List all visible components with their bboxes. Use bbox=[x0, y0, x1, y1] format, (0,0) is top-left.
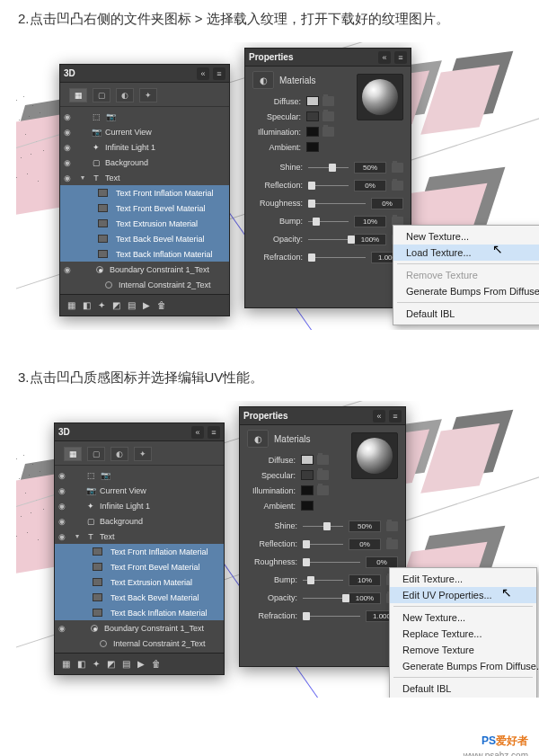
material-sphere-preview[interactable] bbox=[351, 432, 398, 479]
footer-icon[interactable]: ✦ bbox=[98, 300, 105, 310]
roughness-value[interactable]: 0% bbox=[366, 556, 398, 568]
reflection-value[interactable]: 0% bbox=[354, 180, 386, 191]
opacity-slider[interactable] bbox=[308, 235, 349, 245]
visibility-eye-icon[interactable]: ◉ bbox=[60, 112, 75, 121]
layer-row-constraint-1[interactable]: ◉ Boundary Constraint 1_Text bbox=[55, 620, 224, 636]
panel-3d-menu-icon[interactable]: ≡ bbox=[208, 426, 220, 439]
specular-color-swatch[interactable] bbox=[301, 470, 314, 480]
filter-all-icon[interactable]: ▦ bbox=[64, 447, 82, 461]
panel-collapse-icon[interactable]: « bbox=[378, 51, 391, 64]
layer-row-material-4[interactable]: Text Back Bevel Material bbox=[60, 231, 229, 246]
constraint-radio-icon[interactable] bbox=[91, 625, 98, 632]
visibility-eye-icon[interactable]: ◉ bbox=[60, 128, 75, 137]
layer-row-material-3[interactable]: Text Extrusion Material bbox=[60, 216, 229, 231]
refraction-slider[interactable] bbox=[303, 611, 360, 621]
illumination-color-swatch[interactable] bbox=[301, 485, 314, 495]
reflection-folder-icon[interactable] bbox=[386, 539, 398, 549]
menu-default-ibl[interactable]: Default IBL bbox=[393, 306, 539, 322]
shine-value[interactable]: 50% bbox=[354, 162, 386, 173]
materials-tab-icon[interactable]: ◐ bbox=[247, 430, 269, 448]
panel-properties-header[interactable]: Properties « ≡ bbox=[245, 49, 411, 67]
specular-folder-icon[interactable] bbox=[317, 470, 329, 480]
shine-slider[interactable] bbox=[303, 521, 343, 531]
refraction-slider[interactable] bbox=[308, 253, 366, 262]
menu-edit-texture[interactable]: Edit Texture... bbox=[390, 571, 536, 587]
roughness-value[interactable]: 0% bbox=[371, 198, 403, 209]
illumination-folder-icon[interactable] bbox=[317, 485, 329, 495]
menu-edit-uv-properties[interactable]: Edit UV Properties... bbox=[390, 587, 536, 603]
layer-row-material-1[interactable]: Text Front Inflation Material bbox=[55, 544, 224, 559]
bump-value[interactable]: 10% bbox=[349, 574, 381, 586]
layer-row-material-5[interactable]: Text Back Inflation Material bbox=[60, 246, 229, 262]
layer-row-material-5[interactable]: Text Back Inflation Material bbox=[55, 605, 224, 620]
shine-value[interactable]: 50% bbox=[349, 520, 381, 532]
menu-load-texture[interactable]: Load Texture... bbox=[393, 245, 539, 261]
footer-render-icon[interactable]: ▶ bbox=[137, 659, 145, 669]
layer-row-text[interactable]: ◉ ▾ T Text bbox=[60, 170, 229, 185]
layer-row-material-2[interactable]: Text Front Bevel Material bbox=[55, 559, 224, 574]
footer-icon[interactable]: ▤ bbox=[122, 659, 130, 669]
constraint-radio-icon[interactable] bbox=[96, 266, 103, 273]
illumination-folder-icon[interactable] bbox=[323, 127, 334, 137]
footer-delete-icon[interactable]: 🗑 bbox=[152, 659, 161, 669]
twist-icon[interactable]: ▾ bbox=[73, 532, 82, 540]
panel-menu-icon[interactable]: ≡ bbox=[389, 410, 402, 422]
twist-icon[interactable]: ▾ bbox=[78, 173, 87, 182]
footer-icon[interactable]: ▦ bbox=[67, 300, 75, 310]
layer-row-material-1[interactable]: Text Front Inflation Material bbox=[60, 185, 229, 200]
ambient-color-swatch[interactable] bbox=[301, 501, 314, 511]
context-menu-bump[interactable]: New Texture... Load Texture... Remove Te… bbox=[393, 225, 539, 325]
panel-3d-header[interactable]: 3D « ≡ bbox=[55, 423, 224, 441]
bump-value[interactable]: 10% bbox=[354, 216, 386, 227]
panel-3d[interactable]: 3D « ≡ ▦ ▢ ◐ ✦ ◉ ⬚ 📷 bbox=[54, 422, 225, 675]
menu-generate-bumps[interactable]: Generate Bumps From Diffuse... bbox=[393, 283, 539, 299]
reflection-value[interactable]: 0% bbox=[349, 538, 381, 550]
diffuse-folder-icon[interactable] bbox=[323, 96, 334, 106]
layer-row-current-view[interactable]: ◉ 📷 Current View bbox=[55, 483, 224, 498]
visibility-eye-icon[interactable]: ◉ bbox=[60, 173, 75, 182]
visibility-eye-icon[interactable]: ◉ bbox=[60, 158, 75, 167]
visibility-eye-icon[interactable]: ◉ bbox=[55, 532, 69, 541]
opacity-value[interactable]: 100% bbox=[349, 592, 381, 604]
panel-properties-header[interactable]: Properties « ≡ bbox=[240, 407, 405, 425]
reflection-folder-icon[interactable] bbox=[392, 181, 403, 191]
specular-folder-icon[interactable] bbox=[323, 111, 334, 121]
menu-new-texture[interactable]: New Texture... bbox=[393, 228, 539, 245]
materials-tab-icon[interactable]: ◐ bbox=[252, 71, 274, 89]
panel-menu-icon[interactable]: ≡ bbox=[394, 51, 407, 64]
visibility-eye-icon[interactable]: ◉ bbox=[55, 486, 69, 495]
filter-light-icon[interactable]: ✦ bbox=[139, 88, 157, 102]
context-menu-bump-texture[interactable]: Edit Texture... Edit UV Properties... Ne… bbox=[389, 567, 537, 698]
panel-3d-collapse-icon[interactable]: « bbox=[191, 426, 204, 439]
layer-row-background[interactable]: ◉ ▢ Background bbox=[55, 513, 224, 529]
footer-icon[interactable]: ▤ bbox=[128, 300, 136, 310]
diffuse-color-swatch[interactable] bbox=[301, 455, 314, 465]
layer-row-background[interactable]: ◉ ▢ Background bbox=[60, 155, 229, 170]
layer-row-material-2[interactable]: Text Front Bevel Material bbox=[60, 200, 229, 216]
material-sphere-preview[interactable] bbox=[357, 74, 403, 120]
shine-slider[interactable] bbox=[308, 163, 349, 173]
visibility-eye-icon[interactable]: ◉ bbox=[60, 265, 75, 274]
footer-icon[interactable]: ◧ bbox=[83, 300, 91, 310]
footer-icon[interactable]: ▦ bbox=[62, 659, 70, 669]
menu-new-texture[interactable]: New Texture... bbox=[390, 609, 536, 626]
roughness-slider[interactable] bbox=[308, 199, 366, 209]
panel-3d-header[interactable]: 3D « ≡ bbox=[60, 65, 229, 83]
layer-row-constraint-2[interactable]: Internal Constraint 2_Text bbox=[60, 277, 229, 292]
visibility-eye-icon[interactable]: ◉ bbox=[55, 471, 69, 480]
footer-render-icon[interactable]: ▶ bbox=[143, 300, 150, 310]
panel-3d[interactable]: 3D « ≡ ▦ ▢ ◐ ✦ ◉ ⬚ 📷 bbox=[59, 64, 230, 316]
footer-icon[interactable]: ◩ bbox=[112, 300, 120, 310]
layer-row-environment[interactable]: ◉ ⬚ 📷 bbox=[55, 467, 224, 483]
filter-mesh-icon[interactable]: ▢ bbox=[87, 447, 105, 461]
reflection-slider[interactable] bbox=[303, 539, 343, 549]
diffuse-folder-icon[interactable] bbox=[317, 455, 329, 465]
shine-folder-icon[interactable] bbox=[386, 521, 398, 531]
layer-row-constraint-1[interactable]: ◉ Boundary Constraint 1_Text bbox=[60, 262, 229, 277]
layer-row-constraint-2[interactable]: Internal Constraint 2_Text bbox=[55, 636, 224, 651]
panel-3d-collapse-icon[interactable]: « bbox=[197, 67, 209, 80]
roughness-slider[interactable] bbox=[303, 557, 360, 567]
opacity-value[interactable]: 100% bbox=[354, 234, 386, 245]
layer-row-material-3[interactable]: Text Extrusion Material bbox=[55, 574, 224, 590]
panel-properties[interactable]: Properties « ≡ ◐ Materials Diffuse: bbox=[239, 406, 406, 667]
